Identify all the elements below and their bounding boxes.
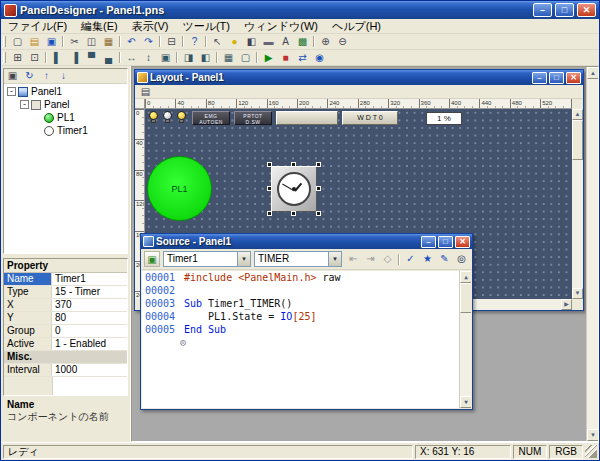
page-icon[interactable]: ▤	[137, 85, 154, 99]
source-v-scrollbar[interactable]: ▲ ▼	[459, 271, 471, 408]
insert-event-icon[interactable]: ★	[419, 252, 436, 266]
pointer-icon[interactable]: ↖	[209, 35, 226, 49]
layout-title-bar[interactable]: Layout - Panel1 – □ ✕	[135, 70, 583, 85]
copy-icon[interactable]: ◫	[83, 35, 100, 49]
scroll-down-icon[interactable]: ▼	[587, 429, 599, 441]
selection-handle[interactable]	[267, 211, 272, 216]
scroll-up-icon[interactable]: ▲	[460, 271, 471, 283]
send-back-icon[interactable]: ◧	[197, 51, 214, 65]
scroll-down-icon[interactable]: ▼	[572, 288, 583, 299]
find-icon[interactable]: ◎	[453, 252, 470, 266]
wdt-button-widget[interactable]: W D T 0	[342, 111, 398, 125]
chevron-down-icon[interactable]: ▼	[328, 252, 341, 266]
toolbar-grip[interactable]	[3, 52, 6, 63]
dock-icon[interactable]: ▣	[4, 69, 21, 83]
same-size-icon[interactable]: ▣	[157, 51, 174, 65]
expander-icon[interactable]: -	[7, 87, 16, 96]
forward-icon[interactable]: ⇥	[362, 252, 379, 266]
source-window[interactable]: Source - Panel1 – □ ✕ ▣ Timer1 ▼ TIMER ▼	[140, 233, 473, 410]
maximize-button[interactable]: □	[555, 3, 574, 17]
move-up-icon[interactable]: ↑	[38, 69, 55, 83]
monitor-icon[interactable]: ◉	[311, 51, 328, 65]
new-icon[interactable]: ▢	[9, 35, 26, 49]
lamp-tool-icon[interactable]: ●	[226, 35, 243, 49]
bookmark-icon[interactable]: ◇	[379, 252, 396, 266]
menu-file[interactable]: ファイル(F)	[1, 19, 74, 34]
selection-handle[interactable]	[316, 162, 321, 167]
back-icon[interactable]: ⇤	[345, 252, 362, 266]
pl1-lamp-widget[interactable]: PL1	[147, 156, 212, 221]
menu-view[interactable]: 表示(V)	[125, 19, 176, 34]
save-icon[interactable]: ▣	[43, 35, 60, 49]
move-down-icon[interactable]: ↓	[55, 69, 72, 83]
scroll-right-icon[interactable]: ▶	[561, 299, 572, 310]
object-combo[interactable]: Timer1 ▼	[163, 251, 251, 267]
tree-item-panel[interactable]: -Panel	[4, 98, 127, 111]
selection-handle[interactable]	[291, 211, 296, 216]
close-button[interactable]: ✕	[577, 3, 596, 17]
refresh-icon[interactable]: ↻	[21, 69, 38, 83]
scroll-track[interactable]	[460, 313, 471, 396]
same-height-icon[interactable]: ↕	[140, 51, 157, 65]
lamp-widget-3[interactable]	[176, 111, 187, 125]
edit-icon[interactable]: ✎	[436, 252, 453, 266]
same-width-icon[interactable]: ↔	[123, 51, 140, 65]
align-bottom-icon[interactable]: ▄	[100, 51, 117, 65]
scroll-thumb[interactable]	[572, 120, 583, 160]
tree-item-panel1[interactable]: -Panel1	[4, 85, 127, 98]
bring-front-icon[interactable]: ◨	[180, 51, 197, 65]
scroll-up-icon[interactable]: ▲	[587, 67, 599, 79]
align-left-icon[interactable]: ▌	[49, 51, 66, 65]
property-row-interval[interactable]: Interval1000	[4, 364, 127, 377]
timer-clock-widget[interactable]	[271, 166, 317, 212]
transfer-icon[interactable]: ⇄	[294, 51, 311, 65]
layout-close-button[interactable]: ✕	[566, 72, 581, 84]
source-editor[interactable]: 00001#include <PanelMain.h> raw000020000…	[142, 271, 471, 408]
align-right-icon[interactable]: ▐	[66, 51, 83, 65]
snap-icon[interactable]: ⊡	[26, 51, 43, 65]
group-icon[interactable]: ▦	[220, 51, 237, 65]
source-minimize-button[interactable]: –	[421, 236, 436, 248]
timer-widget-selection[interactable]	[267, 162, 321, 216]
stop-icon[interactable]: ■	[277, 51, 294, 65]
button-tool-icon[interactable]: ▬	[260, 35, 277, 49]
tree-item-timer1[interactable]: Timer1	[4, 124, 127, 137]
title-bar[interactable]: PanelDesigner - Panel1.pns – □ ✕	[1, 1, 599, 19]
prtot-button-widget[interactable]: PRTOT D.SW	[234, 111, 272, 125]
selection-handle[interactable]	[291, 162, 296, 167]
selection-handle[interactable]	[316, 211, 321, 216]
property-row-group[interactable]: Group0	[4, 325, 127, 338]
paste-icon[interactable]: ▦	[100, 35, 117, 49]
mdi-v-scrollbar[interactable]: ▲ ▼	[586, 67, 598, 441]
align-top-icon[interactable]: ▀	[83, 51, 100, 65]
minimize-button[interactable]: –	[533, 3, 552, 17]
source-title-bar[interactable]: Source - Panel1 – □ ✕	[141, 234, 472, 249]
menu-edit[interactable]: 編集(E)	[74, 19, 125, 34]
compile-icon[interactable]: ✓	[402, 252, 419, 266]
print-icon[interactable]: ⊟	[163, 35, 180, 49]
toolbar-grip[interactable]	[3, 36, 6, 47]
lamp-widget-1[interactable]	[148, 111, 159, 125]
property-row-active[interactable]: Active1 - Enabled	[4, 338, 127, 351]
redo-icon[interactable]: ↷	[140, 35, 157, 49]
scroll-track[interactable]	[572, 160, 583, 288]
text-tool-icon[interactable]: A	[277, 35, 294, 49]
scroll-up-icon[interactable]: ▲	[572, 109, 583, 120]
ungroup-icon[interactable]: ▢	[237, 51, 254, 65]
emg-button-widget[interactable]: EMG AUTOEN	[192, 111, 230, 125]
zoom-out-icon[interactable]: ⊖	[334, 35, 351, 49]
cut-icon[interactable]: ✂	[66, 35, 83, 49]
selection-handle[interactable]	[267, 162, 272, 167]
tree-item-pl1[interactable]: PL1	[4, 111, 127, 124]
menu-tools[interactable]: ツール(T)	[175, 19, 237, 34]
event-combo[interactable]: TIMER ▼	[254, 251, 342, 267]
source-maximize-button[interactable]: □	[438, 236, 453, 248]
help-icon[interactable]: ?	[186, 35, 203, 49]
percent-display-widget[interactable]: 1 %	[426, 112, 462, 125]
source-close-button[interactable]: ✕	[455, 236, 470, 248]
layout-minimize-button[interactable]: –	[532, 72, 547, 84]
lamp-widget-2[interactable]	[162, 111, 173, 125]
open-icon[interactable]: ▤	[26, 35, 43, 49]
selection-handle[interactable]	[316, 186, 321, 191]
expander-icon[interactable]: -	[20, 100, 29, 109]
